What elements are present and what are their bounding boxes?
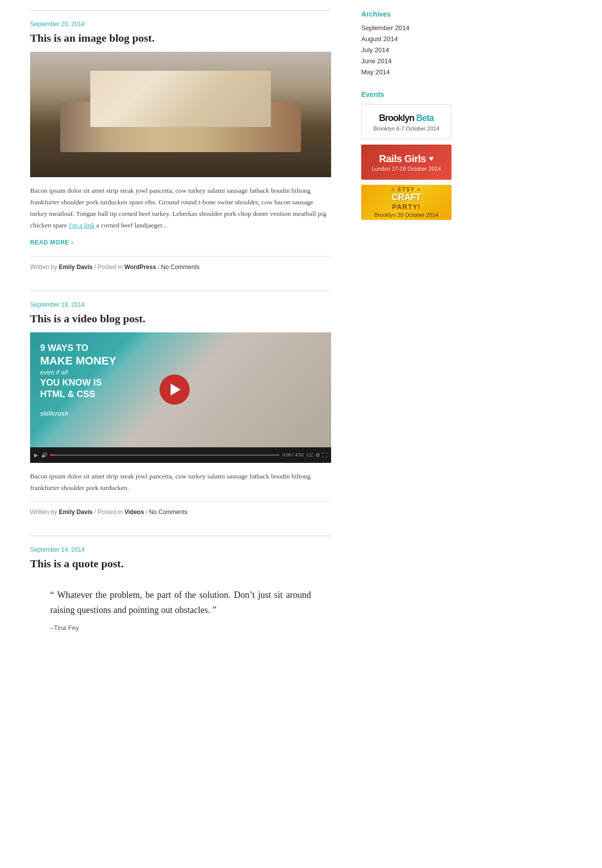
post-2-meta: Written by Emily Davis / Posted in Video… xyxy=(30,501,331,516)
post-1-read-more[interactable]: READ MORE › xyxy=(30,239,73,246)
archive-item-jul2014: July 2014 xyxy=(361,46,472,54)
rails-heart-icon: ♥ xyxy=(429,154,434,163)
video-overlay-text: 9 WAYS TO MAKE MONEY even if all YOU KNO… xyxy=(40,342,116,418)
cc-icon[interactable]: CC xyxy=(307,452,314,458)
archive-link-aug2014[interactable]: August 2014 xyxy=(361,35,398,43)
post-2-body: Bacon ipsum dolor sit amet strip steak j… xyxy=(30,471,331,494)
archive-link-sep2014[interactable]: September 2014 xyxy=(361,24,409,32)
video-ctrl-right: CC ⚙ ⛶ xyxy=(307,452,327,458)
post-3-attribution: –Tina Fey xyxy=(50,624,311,632)
fullscreen-icon[interactable]: ⛶ xyxy=(322,452,327,458)
play-ctrl-icon[interactable]: ▶ xyxy=(34,452,38,458)
post-2-category: Videos xyxy=(124,509,144,516)
brooklyn-date: Brooklyn 6-7 October 2014 xyxy=(373,126,439,132)
post-1-title: This is an image blog post. xyxy=(30,32,331,45)
post-1-link[interactable]: I'm a link xyxy=(69,221,94,229)
article-video-post: September 18, 2014 This is a video blog … xyxy=(30,291,331,516)
rails-girls-banner[interactable]: Rails Girls ♥ London 17-18 October 2014 xyxy=(361,145,452,180)
post-1-body: Bacon ipsum dolor sit amet strip steak j… xyxy=(30,185,331,231)
main-content: September 20, 2014 This is an image blog… xyxy=(30,10,331,662)
etsy-craft-label: CRAFT xyxy=(392,192,421,203)
brooklyn-logo: Brooklyn Beta xyxy=(379,113,433,123)
archive-item-sep2014: September 2014 xyxy=(361,24,472,32)
progress-bar[interactable] xyxy=(50,454,279,456)
events-section: Events Brooklyn Beta Brooklyn 6-7 Octobe… xyxy=(361,90,472,220)
etsy-date: Brooklyn 20 October 2014 xyxy=(374,212,438,218)
post-1-meta: Written by Emily Davis / Posted in WordP… xyxy=(30,256,331,271)
play-icon xyxy=(171,384,181,396)
archive-item-may2014: May 2014 xyxy=(361,68,472,76)
progress-fill xyxy=(50,454,55,456)
sidebar: Archives September 2014 August 2014 July… xyxy=(361,10,472,662)
post-2-title: This is a video blog post. xyxy=(30,312,331,325)
settings-icon[interactable]: ⚙ xyxy=(316,452,320,458)
page-wrapper: September 20, 2014 This is an image blog… xyxy=(0,0,602,672)
rails-date: London 17-18 October 2014 xyxy=(372,166,441,172)
post-1-image xyxy=(30,52,331,177)
video-time: 0:00 / 4:52 xyxy=(282,452,304,457)
events-heading: Events xyxy=(361,90,472,98)
archive-link-jun2014[interactable]: June 2014 xyxy=(361,57,392,65)
archive-link-may2014[interactable]: May 2014 xyxy=(361,68,390,76)
post-2-video[interactable]: 9 WAYS TO MAKE MONEY even if all YOU KNO… xyxy=(30,332,331,463)
etsy-party-label: PARTY! xyxy=(392,203,420,211)
post-3-quote-text: “ Whatever the problem, be part of the s… xyxy=(50,587,311,618)
post-1-date: September 20, 2014 xyxy=(30,21,331,28)
archive-item-aug2014: August 2014 xyxy=(361,35,472,43)
post-3-title: This is a quote post. xyxy=(30,557,331,570)
post-1-category: WordPress xyxy=(124,264,156,271)
etsy-top-label: ≡ ETSY ≡ xyxy=(391,187,421,192)
archive-item-jun2014: June 2014 xyxy=(361,57,472,65)
archives-heading: Archives xyxy=(361,10,472,18)
rails-logo: Rails Girls xyxy=(379,153,426,165)
archive-link-jul2014[interactable]: July 2014 xyxy=(361,46,389,54)
article-image-post: September 20, 2014 This is an image blog… xyxy=(30,10,331,271)
post-2-author: Emily Davis xyxy=(59,509,92,516)
volume-icon[interactable]: 🔊 xyxy=(41,452,47,458)
etsy-craft-banner[interactable]: ≡ ETSY ≡ CRAFT PARTY! Brooklyn 20 Octobe… xyxy=(361,185,452,220)
archive-list: September 2014 August 2014 July 2014 Jun… xyxy=(361,24,472,76)
play-button[interactable] xyxy=(160,375,190,405)
post-2-comments[interactable]: No Comments xyxy=(149,509,188,516)
post-3-quote-block: “ Whatever the problem, be part of the s… xyxy=(30,577,331,642)
video-controls: ▶ 🔊 0:00 / 4:52 CC ⚙ ⛶ xyxy=(30,447,331,463)
post-1-author: Emily Davis xyxy=(59,264,92,271)
brooklyn-beta-banner[interactable]: Brooklyn Beta Brooklyn 6-7 October 2014 xyxy=(361,104,452,140)
archives-section: Archives September 2014 August 2014 July… xyxy=(361,10,472,76)
post-3-date: September 14, 2014 xyxy=(30,546,331,553)
article-quote-post: September 14, 2014 This is a quote post.… xyxy=(30,536,331,642)
post-2-date: September 18, 2014 xyxy=(30,301,331,308)
post-1-comments[interactable]: No Comments xyxy=(161,264,200,271)
